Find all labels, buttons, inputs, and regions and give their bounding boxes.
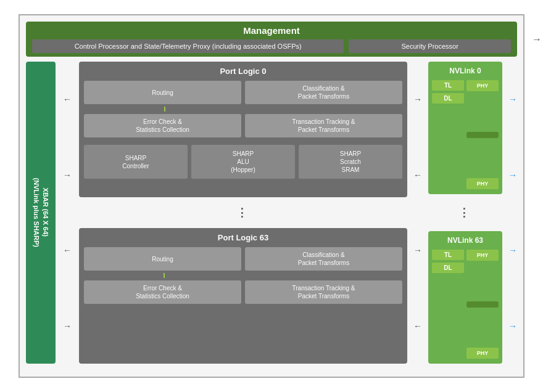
port-logic-63-errorcheck: Error Check & Statistics Collection bbox=[84, 280, 241, 304]
port-logic-63-classification: Classification & Packet Transforms bbox=[245, 247, 402, 271]
xbar-bar: XBAR (64 X 64) (NVLink plus SHARP) bbox=[26, 62, 56, 364]
sharp-alu: SHARP ALU (Hopper) bbox=[191, 145, 295, 179]
port-logic-63-rows: Routing Classification & Packet Transfor… bbox=[84, 247, 402, 304]
port-logic-0-classification: Classification & Packet Transforms bbox=[245, 81, 402, 104]
nvlink-0-title: NVLink 0 bbox=[432, 67, 499, 75]
mgmt-to-pcie-arrow: → bbox=[532, 34, 542, 45]
security-processor-box: Security Processor bbox=[349, 39, 511, 53]
management-section: Management Control Processor and State/T… bbox=[26, 22, 517, 57]
dots-separator-1: ⋮ bbox=[79, 203, 407, 222]
nvlink-0-phy-bottom: PHY bbox=[466, 178, 499, 189]
center-column: Port Logic 0 Routing Classification & Pa… bbox=[79, 62, 407, 364]
port-logic-0-transaction: Transaction Tracking & Packet Transforms bbox=[245, 114, 402, 137]
port-to-nvlink-arrows: → ← → ← bbox=[412, 62, 423, 364]
nvlink-63-phy-col: PHY PHY bbox=[466, 250, 499, 359]
nvlink-0-block: NVLink 0 TL DL PHY PHY bbox=[428, 62, 502, 194]
port-logic-63-title: Port Logic 63 bbox=[84, 233, 402, 242]
port-logic-0-row1: Routing Classification & Packet Transfor… bbox=[84, 81, 402, 104]
nvlink-63-phy-bottom: PHY bbox=[466, 348, 499, 359]
nvlink-0-inner: TL DL PHY PHY bbox=[432, 80, 499, 189]
nvlink-0-dl: DL bbox=[432, 93, 464, 104]
nvlink-63-tl-dl: TL DL bbox=[432, 250, 464, 359]
nvlink-63-phy-top: PHY bbox=[466, 250, 499, 261]
nvlink-63-block: NVLink 63 TL DL PHY PHY bbox=[428, 231, 502, 364]
nvlink-0-phy-top: PHY bbox=[466, 80, 499, 91]
management-boxes: Control Processor and State/Telemetry Pr… bbox=[32, 39, 511, 53]
port-logic-0-row2: Error Check & Statistics Collection Tran… bbox=[84, 114, 402, 137]
sharp-scratch-sram: SHARP Scratch SRAM bbox=[299, 145, 402, 179]
xbar-arrows: ← → ← → bbox=[60, 62, 74, 364]
port-logic-63-routing: Routing bbox=[84, 247, 241, 271]
port-logic-0-routing: Routing bbox=[84, 81, 241, 104]
nvlink-column: NVLink 0 TL DL PHY PHY ⋮ NVLink 6 bbox=[428, 62, 502, 364]
port-logic-63-row2: Error Check & Statistics Collection Tran… bbox=[84, 280, 402, 304]
port-logic-0-sharp-row: SHARP Controller SHARP ALU (Hopper) SHAR… bbox=[84, 145, 402, 179]
main-content: XBAR (64 X 64) (NVLink plus SHARP) ← → ←… bbox=[26, 62, 517, 364]
port-logic-0-errorcheck: Error Check & Statistics Collection bbox=[84, 114, 241, 137]
nvlink-dots: ⋮ bbox=[428, 200, 502, 225]
port-logic-63-row1: Routing Classification & Packet Transfor… bbox=[84, 247, 402, 271]
sharp-controller: SHARP Controller bbox=[84, 145, 188, 179]
port-logic-0-rows: Routing Classification & Packet Transfor… bbox=[84, 81, 402, 179]
nvlink-0-phy-col: PHY PHY bbox=[466, 80, 499, 189]
management-title: Management bbox=[32, 25, 511, 36]
port-logic-63-block: Port Logic 63 Routing Classification & P… bbox=[79, 228, 407, 364]
control-processor-box: Control Processor and State/Telemetry Pr… bbox=[32, 39, 344, 53]
port-logic-0-title: Port Logic 0 bbox=[84, 67, 402, 76]
nvlink-right-arrows: → → → → bbox=[507, 62, 517, 364]
port-logic-63-transaction: Transaction Tracking & Packet Transforms bbox=[245, 280, 402, 304]
nvlink-63-inner: TL DL PHY PHY bbox=[432, 250, 499, 359]
nvlink-63-tl: TL bbox=[432, 250, 464, 260]
nvlink-63-dl: DL bbox=[432, 263, 464, 273]
nvlink-0-tl: TL bbox=[432, 80, 464, 91]
nvlink-63-title: NVLink 63 bbox=[432, 236, 499, 245]
nvlink-0-tl-dl: TL DL bbox=[432, 80, 464, 189]
port-logic-0-block: Port Logic 0 Routing Classification & Pa… bbox=[79, 62, 407, 197]
diagram-wrapper: Management Control Processor and State/T… bbox=[19, 14, 524, 378]
